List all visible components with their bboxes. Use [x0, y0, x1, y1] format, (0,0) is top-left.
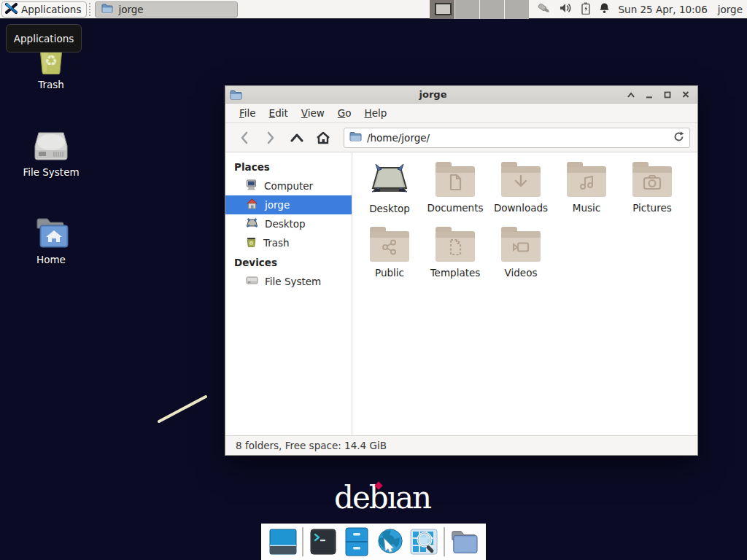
desktop-mini-icon [246, 218, 258, 230]
workspace-window-miniature [435, 3, 452, 15]
menu-go[interactable]: Go [333, 105, 357, 121]
folder-icon [436, 231, 475, 262]
menu-view[interactable]: View [296, 105, 330, 121]
file-manager-window: jorge File Edit View Go Help [225, 85, 698, 456]
app-finder-icon[interactable] [409, 527, 438, 556]
desktop-icon-label: File System [16, 166, 86, 178]
file-item-public[interactable]: Public [357, 226, 422, 279]
computer-icon [246, 179, 258, 192]
file-label: Public [375, 267, 404, 279]
path-bar[interactable]: /home/jorge/ [344, 128, 690, 148]
shade-button[interactable] [623, 88, 638, 101]
maximize-button[interactable] [659, 88, 675, 101]
minimize-button[interactable] [641, 88, 657, 101]
taskbar-window-button[interactable]: jorge [95, 1, 238, 18]
file-label: Pictures [632, 202, 671, 214]
sidebar-item-label: Desktop [265, 218, 306, 230]
desktop-special-icon [369, 161, 410, 198]
menu-file[interactable]: File [234, 105, 261, 121]
sidebar-item-label: jorge [265, 199, 290, 211]
file-view[interactable]: Desktop Documents Downloads [352, 152, 697, 435]
file-label: Documents [427, 202, 484, 214]
show-desktop-icon[interactable] [268, 527, 298, 556]
window-title: jorge [243, 89, 623, 100]
file-item-pictures[interactable]: Pictures [619, 161, 685, 214]
sidebar-item-desktop[interactable]: Desktop [225, 214, 352, 233]
reload-icon[interactable] [673, 131, 684, 144]
trash-mini-icon: ♻ [246, 236, 257, 249]
applications-tooltip: Applications [6, 24, 82, 52]
workspace-2[interactable] [454, 0, 479, 19]
file-item-music[interactable]: Music [554, 161, 619, 214]
applications-menu-label: Applications [21, 4, 81, 15]
file-manager-folder-icon[interactable] [449, 527, 479, 556]
web-browser-globe-icon[interactable] [376, 527, 405, 556]
top-panel: Applications jorge [0, 0, 747, 19]
taskbar-window-label: jorge [118, 4, 143, 15]
file-cabinet-icon[interactable] [342, 527, 371, 556]
notification-bell-icon[interactable] [599, 2, 610, 16]
toolbar: /home/jorge/ [225, 123, 697, 152]
panel-username[interactable]: jorge [718, 4, 743, 15]
volume-icon[interactable] [560, 2, 573, 16]
workspace-1[interactable] [430, 0, 454, 19]
file-item-desktop[interactable]: Desktop [357, 161, 422, 214]
terminal-icon[interactable] [309, 527, 338, 556]
folder-icon [632, 166, 672, 197]
svg-text:♻: ♻ [44, 52, 58, 69]
home-folder-icon [16, 211, 86, 249]
back-button[interactable] [233, 128, 256, 148]
file-label: Desktop [369, 203, 410, 214]
window-icon-folder [230, 90, 243, 100]
sidebar-item-label: Computer [264, 180, 313, 192]
panel-grip-handle[interactable] [89, 3, 93, 16]
workspace-switcher [430, 0, 529, 19]
path-folder-icon [349, 131, 362, 144]
desktop-icon-home[interactable]: Home [16, 211, 86, 265]
folder-icon [370, 231, 409, 262]
desktop-icon-file-system[interactable]: File System [16, 124, 86, 178]
dock [261, 524, 486, 560]
file-label: Videos [505, 267, 538, 279]
sidebar-header-devices: Devices [225, 252, 352, 272]
statusbar-text: 8 folders, Free space: 14.4 GiB [236, 440, 387, 451]
applications-menu-button[interactable]: Applications [1, 1, 87, 18]
folder-icon [501, 231, 541, 262]
folder-icon [501, 166, 541, 197]
window-content: Places Computer [225, 152, 697, 435]
sidebar-item-label: Trash [263, 237, 290, 249]
sidebar-item-jorge[interactable]: jorge [225, 195, 352, 214]
menubar: File Edit View Go Help [225, 104, 697, 123]
folder-icon [567, 166, 606, 197]
workspace-3[interactable] [479, 0, 504, 19]
statusbar: 8 folders, Free space: 14.4 GiB [225, 435, 697, 455]
battery-icon[interactable] [581, 2, 590, 17]
file-item-downloads[interactable]: Downloads [488, 161, 554, 214]
file-item-templates[interactable]: Templates [422, 226, 488, 279]
titlebar[interactable]: jorge [225, 86, 697, 104]
window-folder-icon [101, 4, 113, 15]
desktop-icon-label: Trash [16, 79, 86, 90]
sidebar-item-label: File System [265, 276, 321, 287]
sidebar-item-file-system[interactable]: File System [225, 272, 352, 291]
file-item-documents[interactable]: Documents [422, 161, 488, 214]
sidebar-item-trash[interactable]: ♻ Trash [225, 233, 352, 252]
sidebar-item-computer[interactable]: Computer [225, 176, 352, 195]
svg-text:♻: ♻ [249, 241, 253, 246]
close-button[interactable] [678, 88, 693, 101]
menu-help[interactable]: Help [360, 105, 392, 121]
forward-button[interactable] [259, 128, 282, 148]
path-input[interactable]: /home/jorge/ [367, 132, 668, 144]
xfce-logo-icon [5, 2, 18, 17]
file-label: Downloads [494, 202, 548, 214]
up-button[interactable] [285, 128, 309, 148]
panel-clock[interactable]: Sun 25 Apr, 10:06 [619, 4, 708, 15]
file-label: Templates [430, 267, 481, 279]
file-item-videos[interactable]: Videos [488, 226, 554, 279]
workspace-4[interactable] [504, 0, 529, 19]
home-button[interactable] [311, 128, 335, 148]
stylus-pen-icon[interactable] [536, 1, 551, 17]
menu-edit[interactable]: Edit [264, 105, 293, 121]
sidebar: Places Computer [225, 152, 352, 435]
dock-separator [302, 527, 303, 556]
